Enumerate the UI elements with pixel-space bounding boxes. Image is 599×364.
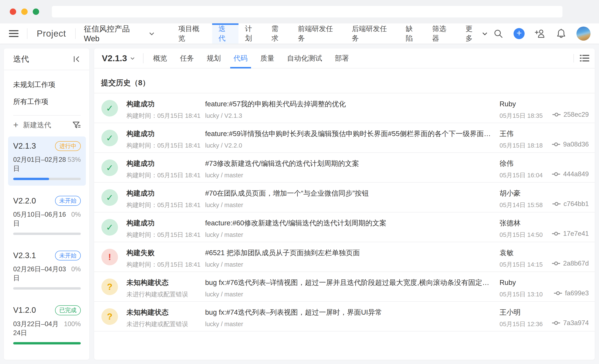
iteration-card[interactable]: V1.2.0 已完成 03月22日–04月24日 100% [8,301,86,350]
nav-tab[interactable]: 后端研发任务 [345,23,399,44]
commit-hash: c764bb1 [564,200,589,208]
sidebar-link[interactable]: 所有工作项 [13,93,80,110]
menu-icon[interactable] [9,30,18,37]
nav-tab[interactable]: 缺陷 [399,23,426,44]
commit-row[interactable]: ✓ 构建成功 构建时间：05月15日 18:41 feature:#59详情预估… [94,123,595,153]
sidebar-header: 迭代 [4,48,89,70]
commit-message[interactable]: feature:#57我的申购相关代码去掉调整的优化 [205,100,346,108]
plus-icon: + [13,121,18,130]
search-icon[interactable] [492,28,504,40]
nav-tab[interactable]: 项目概览 [172,23,212,44]
build-status-glyph: ✓ [106,133,113,143]
commit-message[interactable]: feature:#59详情预估申购时长列表及编辑预估申购时长界面#55侧栏界面的… [205,130,494,138]
new-iteration-label: 新建迭代 [23,120,51,130]
commit-date: 05月14日 15:58 [500,201,543,209]
iteration-tab-label: 部署 [335,53,349,63]
iteration-tab[interactable]: 部署 [329,48,355,68]
commit-message[interactable]: #6521 把添加团队成员从子页面抽到左栏单独页面 [205,249,360,257]
nav-tab[interactable]: 需求 [265,23,292,44]
nav-tab[interactable]: 筛选器 [426,23,459,44]
commit-row[interactable]: ? 未知构建状态 未进行构建或配置错误 bug fx:#76迭代列表–详情视图，… [94,272,595,302]
commit-history-list: ✓ 构建成功 构建时间：05月15日 18:41 feature:#57我的申购… [94,93,595,331]
nav-tab[interactable]: 迭代 [212,23,239,44]
commit-hash: 17e7e41 [563,230,589,238]
commit-node-icon [552,171,560,177]
window-zoom-button[interactable] [33,9,39,15]
iteration-card[interactable]: V2.2.0 未开始 05月10日–06月16日 0% [8,191,86,240]
notifications-bell-icon[interactable] [555,28,567,40]
nav-tab[interactable]: 前端研发任务 [291,23,345,44]
nav-tab-label: 筛选器 [432,24,453,43]
filter-funnel-icon[interactable] [72,121,81,129]
commit-hash-link[interactable]: 258ec29 [553,111,589,118]
nav-tab-label: 后端研发任务 [352,24,393,43]
commit-node-icon [552,261,560,266]
commit-node-icon [552,231,560,236]
create-button[interactable]: + [513,28,525,39]
user-avatar[interactable] [576,27,590,41]
window-close-button[interactable] [10,9,16,15]
iteration-progress-fill [13,342,81,345]
iteration-tab[interactable]: 质量 [254,48,281,68]
commit-row[interactable]: ? 未知构建状态 未进行构建或配置错误 bug fx:#74迭代列表–列表视图，… [94,302,595,331]
project-selector[interactable]: 征信风控产品 Web [84,24,153,43]
iteration-name: V2.3.1 [13,251,36,260]
build-status-icon: ? [101,278,118,295]
commit-author: Ruby [500,278,543,287]
commit-message[interactable]: #73修改新建迭代/编辑迭代的迭代计划周期的文案 [205,159,359,168]
commit-row[interactable]: ✓ 构建成功 构建时间：05月15日 18:41 feacture:#60修改新… [94,213,595,242]
iteration-tab[interactable]: 自动化测试 [281,48,329,68]
commit-date: 05月15日 18:35 [500,112,543,119]
commit-hash-link[interactable]: 17e7e41 [552,230,589,238]
page-content: 迭代 未规划工作项 所有工作项 + 新建迭代 [0,44,599,364]
list-view-icon[interactable] [580,54,589,62]
iteration-progressbar [13,287,81,290]
iteration-progress-fill [13,178,49,180]
commit-row[interactable]: ! 构建失败 构建时间：05月15日 18:41 #6521 把添加团队成员从子… [94,242,595,272]
commit-row[interactable]: ✓ 构建成功 构建时间：05月15日 18:41 #73修改新建迭代/编辑迭代的… [94,153,595,183]
nav-tab[interactable]: 计划 [238,23,265,44]
nav-more-label: 更多 [466,24,479,43]
address-bar[interactable] [52,6,563,18]
iteration-selector[interactable]: V2.1.3 [102,48,133,68]
commit-author: 王小明 [500,308,543,317]
build-time: 构建时间：05月15日 18:41 [126,112,201,119]
iteration-selector-label: V2.1.3 [102,53,127,63]
new-iteration-button[interactable]: + 新建迭代 [4,116,89,134]
iteration-tab[interactable]: 代码 [227,48,254,68]
nav-tab-label: 计划 [245,24,259,43]
iteration-tab[interactable]: 任务 [174,48,201,68]
commit-hash-link[interactable]: 7a3a974 [552,319,589,327]
iteration-tab[interactable]: 概览 [147,48,174,68]
iterations-sidebar: 迭代 未规划工作项 所有工作项 + 新建迭代 [4,48,89,360]
commit-message[interactable]: bug fx:#76迭代列表–详情视图，超过一屏并且迭代阶段超过最大宽度,横向滚… [205,278,494,287]
commit-author: Ruby [500,100,543,108]
iteration-percent: 0% [71,211,81,218]
commit-hash-link[interactable]: 2a8b67d [552,260,589,267]
window-minimize-button[interactable] [21,9,28,15]
iteration-tab-label: 任务 [180,53,194,63]
commit-hash-link[interactable]: 9a08d36 [552,141,589,148]
app-logo[interactable]: Project [37,28,66,39]
commit-row[interactable]: ✓ 构建成功 构建时间：05月15日 18:41 feature:#57我的申购… [94,93,595,123]
commit-hash-link[interactable]: c764bb1 [553,200,589,208]
add-member-icon[interactable] [534,28,546,40]
iteration-dates: 02月26日–04月03日 [13,265,71,283]
nav-left: Project 征信风控产品 Web [0,23,153,44]
commit-row[interactable]: ✓ 构建成功 构建时间：05月15日 18:41 #70在团队成员页面，增加一个… [94,183,595,213]
nav-more-menu[interactable]: 更多 [459,23,492,44]
iteration-card[interactable]: V2.1.3 进行中 02月01日–02月28日 53% [8,136,86,186]
iteration-tab[interactable]: 规划 [201,48,227,68]
build-status-icon: ! [101,249,118,265]
commit-message[interactable]: bug fx:#74迭代列表–列表视图，超过一屏时，界面UI异常 [205,308,382,317]
iteration-card[interactable]: V2.3.1 未开始 02月26日–04月03日 0% [8,246,86,295]
commit-message[interactable]: #70在团队成员页面，增加一个“与企业微信同步”按钮 [205,189,369,197]
commit-hash-link[interactable]: fa699e3 [554,289,589,297]
commit-message[interactable]: feacture:#60修改新建迭代/编辑迭代的迭代计划周期的文案 [205,219,387,227]
iteration-detail-header: V2.1.3 概览 任务 规划 [94,48,595,69]
iteration-status-badge: 未开始 [55,251,81,260]
build-status-label: 构建成功 [126,189,201,197]
collapse-sidebar-icon[interactable] [72,55,81,63]
sidebar-link[interactable]: 未规划工作项 [13,76,80,93]
commit-hash-link[interactable]: 444a849 [552,170,589,178]
